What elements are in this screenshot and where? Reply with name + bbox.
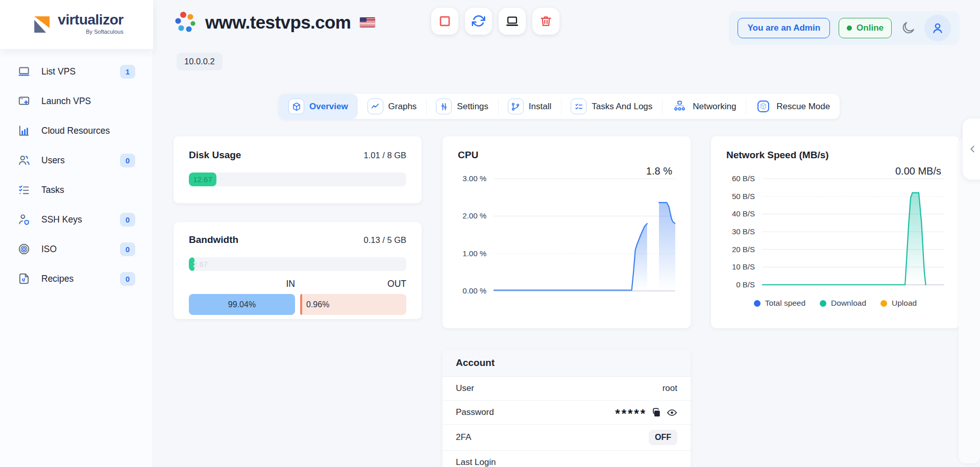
legend-item-download: Download xyxy=(820,299,866,308)
account-title: Account xyxy=(443,350,691,377)
network-speed-card: Network Speed (MB/s) 0.00 MB/s 60 B/S50 … xyxy=(711,136,960,328)
copy-icon[interactable] xyxy=(651,407,662,418)
chevron-left-icon xyxy=(967,143,978,155)
list-check-icon xyxy=(571,99,586,114)
network-icon xyxy=(672,99,688,114)
stop-icon xyxy=(438,14,452,28)
account-rows: UserrootPassword*****2FAOFFLast Login xyxy=(443,377,691,467)
sidebar-item-recipes[interactable]: Recipes0 xyxy=(0,264,153,293)
tab-tasks-and-logs[interactable]: Tasks And Logs xyxy=(561,94,662,119)
count-badge: 0 xyxy=(120,272,135,286)
moon-icon xyxy=(900,20,916,36)
count-badge: 0 xyxy=(120,154,135,167)
trash-icon xyxy=(539,14,553,28)
window-plus-icon xyxy=(17,94,31,108)
refresh-icon xyxy=(472,14,485,28)
stop-button[interactable] xyxy=(431,8,458,35)
tab-graphs[interactable]: Graphs xyxy=(358,94,427,119)
online-dot-icon xyxy=(847,26,852,31)
tab-install[interactable]: Install xyxy=(498,94,561,119)
legend-item-upload: Upload xyxy=(880,299,917,308)
sidebar-item-label: Cloud Resources xyxy=(41,126,110,136)
delete-button[interactable] xyxy=(532,8,559,35)
network-speed-title: Network Speed (MB/s) xyxy=(726,150,829,161)
cpu-title: CPU xyxy=(458,150,478,161)
profile-button[interactable] xyxy=(924,15,951,41)
sidebar-item-label: Users xyxy=(41,155,65,166)
cube-icon xyxy=(288,99,304,114)
sidebar-item-tasks[interactable]: Tasks xyxy=(0,175,153,205)
account-row-user: Userroot xyxy=(443,377,691,401)
tab-rescue-mode[interactable]: Rescue Mode xyxy=(746,94,840,119)
disk-usage-value: 1.01 / 8 GB xyxy=(364,151,406,160)
network-chart xyxy=(762,175,944,289)
admin-role-button[interactable]: You are an Admin xyxy=(738,18,830,38)
bandwidth-out-label: OUT xyxy=(300,279,406,289)
bar-chart-icon xyxy=(17,124,31,137)
y-tick-label: 0.00 % xyxy=(462,286,486,295)
sliders-icon xyxy=(436,99,452,114)
y-tick-label: 60 B/S xyxy=(732,174,755,183)
graph-icon xyxy=(368,99,383,114)
count-badge: 0 xyxy=(120,213,135,227)
network-y-axis: 60 B/S50 B/S40 B/S30 B/S20 B/S10 B/S0 B/… xyxy=(726,175,762,289)
account-row-label: 2FA xyxy=(456,432,471,443)
tab-label: Rescue Mode xyxy=(776,102,830,112)
theme-toggle-button[interactable] xyxy=(900,20,916,36)
account-row-label: User xyxy=(456,383,474,394)
legend-label: Total speed xyxy=(765,299,805,308)
legend-dot-icon xyxy=(880,300,887,307)
disk-usage-title: Disk Usage xyxy=(189,150,241,161)
brand-logo[interactable]: virtualizor By Softaculous xyxy=(0,0,153,49)
restart-button[interactable] xyxy=(465,8,492,35)
disc-icon xyxy=(17,242,31,256)
y-tick-label: 0 B/S xyxy=(736,280,755,289)
sidebar-item-launch-vps[interactable]: Launch VPS xyxy=(0,86,153,116)
twofa-status-pill: OFF xyxy=(649,430,677,445)
y-tick-label: 3.00 % xyxy=(462,174,486,183)
count-badge: 1 xyxy=(120,65,135,79)
sidebar-item-users[interactable]: Users0 xyxy=(0,145,153,175)
sidebar-item-iso[interactable]: ISO0 xyxy=(0,234,153,264)
y-tick-label: 30 B/S xyxy=(732,227,755,236)
tab-networking[interactable]: Networking xyxy=(662,94,746,119)
y-tick-label: 2.00 % xyxy=(462,211,486,220)
account-row-label: Password xyxy=(456,407,494,417)
tab-overview[interactable]: Overview xyxy=(279,94,358,119)
cpu-y-axis: 3.00 %2.00 %1.00 %0.00 % xyxy=(458,175,494,295)
bandwidth-usage-value: 0.13 / 5 GB xyxy=(364,235,406,245)
bandwidth-percent-ghost: 2.67 xyxy=(193,257,208,271)
disk-usage-progressbar: 12.67 xyxy=(189,173,406,186)
legend-dot-icon xyxy=(754,300,761,307)
vps-tabs: OverviewGraphsSettingsInstallTasks And L… xyxy=(279,94,840,119)
sidebar-item-label: Recipes xyxy=(41,274,74,284)
os-logo-icon xyxy=(174,10,198,35)
virtualizor-logo-icon xyxy=(30,13,53,36)
sidebar-item-cloud-resources[interactable]: Cloud Resources xyxy=(0,116,153,145)
users-icon xyxy=(17,154,31,167)
disk-usage-percent: 12.67 xyxy=(193,175,212,184)
disk-usage-card: Disk Usage 1.01 / 8 GB 12.67 xyxy=(174,136,422,203)
y-tick-label: 10 B/S xyxy=(732,262,755,271)
tab-label: Install xyxy=(529,102,551,112)
account-row-2fa: 2FAOFF xyxy=(443,425,691,451)
file-code-icon xyxy=(17,272,31,285)
bandwidth-in-bar: 99.04% xyxy=(189,294,295,315)
count-badge: 0 xyxy=(120,242,135,256)
tab-settings[interactable]: Settings xyxy=(426,94,498,119)
status-badge[interactable]: Online xyxy=(839,18,892,38)
bandwidth-in-label: IN xyxy=(189,279,295,289)
disk-usage-progress-fill: 12.67 xyxy=(189,173,216,186)
expand-panel-button[interactable] xyxy=(963,118,980,180)
sidebar-item-ssh-keys[interactable]: SSH Keys0 xyxy=(0,205,153,234)
eye-icon[interactable] xyxy=(667,407,677,418)
bandwidth-progress-fill: 2.67 xyxy=(189,257,194,271)
bandwidth-out-bar: 0.96% xyxy=(300,294,406,315)
sidebar-item-list-vps[interactable]: List VPS1 xyxy=(0,57,153,86)
legend-label: Upload xyxy=(892,299,917,308)
vps-header: www.testvps.com xyxy=(174,10,375,35)
brand-tagline: By Softaculous xyxy=(86,29,123,35)
tab-label: Overview xyxy=(309,102,348,112)
console-button[interactable] xyxy=(499,8,526,35)
tab-label: Settings xyxy=(457,102,488,112)
